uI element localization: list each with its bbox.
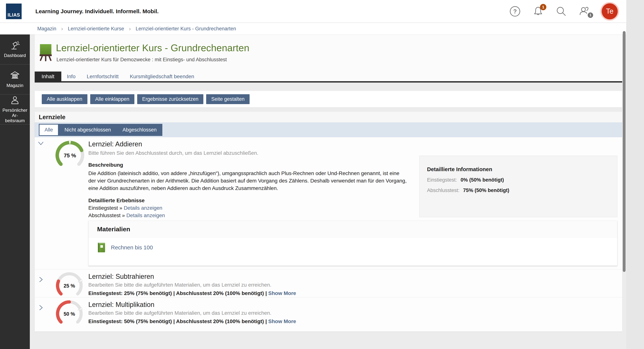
result-label: Einstiegstest » xyxy=(88,205,122,211)
summary-text: Einstiegstest: 25% (75% benötigt) | Absc… xyxy=(88,290,267,296)
objective-row-multiplikation: 50 % Lernziel: Multiplikation Bearbeiten… xyxy=(35,298,622,331)
course-easel-icon xyxy=(40,44,52,61)
learning-module-book-icon xyxy=(98,242,106,253)
summary-text: Einstiegstest: 50% (75% benötigt) | Absc… xyxy=(88,319,267,324)
ilias-logo-text: ILIAS xyxy=(8,12,20,18)
objective-status-text: Bearbeiten Sie bitte die aufgeführten Ma… xyxy=(88,282,615,288)
material-link[interactable]: Rechnen bis 100 xyxy=(111,244,153,251)
sidebar: Dashboard Magazin Persönlicher Ar- beits… xyxy=(0,34,30,349)
sidebar-item-personal-workspace[interactable]: Persönlicher Ar- beitsraum xyxy=(0,94,30,124)
info-value: 0% (50% benötigt) xyxy=(460,177,504,183)
info-label: Einstiegstest: xyxy=(427,177,457,183)
contacts-icon[interactable]: 1 xyxy=(578,5,590,17)
personal-workspace-icon xyxy=(10,95,20,105)
info-panel-heading: Detaillierte Informationen xyxy=(427,166,610,172)
sidebar-item-magazin[interactable]: Magazin xyxy=(0,64,30,94)
course-header: Lernziel-orientierter Kurs - Grundrechen… xyxy=(35,34,622,82)
course-subtitle: Lernziel-orientierter Kurs für Demozweck… xyxy=(56,57,227,62)
objective-row-addieren: 75 % Lernziel: Addieren Bitte führen Sie… xyxy=(35,137,622,269)
expand-chevron-right-icon[interactable] xyxy=(37,276,44,284)
filter-group: Alle Nicht abgeschlossen Abgeschlossen xyxy=(39,124,162,136)
show-more-link[interactable]: Show More xyxy=(268,319,296,324)
description-text: Die Addition (lateinisch additio, von ad… xyxy=(88,170,408,192)
show-more-link[interactable]: Show More xyxy=(268,290,296,296)
details-anzeigen-link[interactable]: Details anzeigen xyxy=(124,205,162,211)
objective-row-subtrahieren: 25 % Lernziel: Subtrahieren Bearbeiten S… xyxy=(35,269,622,298)
progress-value: 75 % xyxy=(54,152,86,158)
filter-abgeschlossen[interactable]: Abgeschlossen xyxy=(117,124,162,136)
progress-gauge: 75 % xyxy=(54,139,86,172)
info-label: Abschlusstest: xyxy=(427,188,460,193)
material-item-rechnen-bis-100[interactable]: Rechnen bis 100 xyxy=(98,242,617,253)
breadcrumb-item-kurse[interactable]: Lernziel-orientierte Kurse xyxy=(68,26,124,32)
topbar-icons: ? 1 xyxy=(509,3,618,19)
objectives-filter-band: Alle Nicht abgeschlossen Abgeschlossen xyxy=(35,122,622,137)
avatar-initials: Te xyxy=(606,7,614,15)
expand-chevron-right-icon[interactable] xyxy=(37,304,44,312)
topbar-claim: Learning Journey. Individuell. Informell… xyxy=(36,8,158,14)
breadcrumb-item-magazin[interactable]: Magazin xyxy=(37,26,56,32)
contacts-badge: 1 xyxy=(588,12,593,18)
notification-badge: 1 xyxy=(540,4,546,10)
progress-gauge: 25 % xyxy=(54,270,84,301)
tab-lernfortschritt[interactable]: Lernfortschritt xyxy=(81,71,124,81)
toolbar: Alle ausklappen Alle einklappen Ergebnis… xyxy=(35,91,622,107)
filter-alle[interactable]: Alle xyxy=(40,125,58,135)
objective-content: Lernziel: Multiplikation Bearbeiten Sie … xyxy=(88,301,615,325)
topbar: ILIAS Learning Journey. Individuell. Inf… xyxy=(0,0,626,23)
objectives-heading: Lernziele xyxy=(39,114,66,121)
collapse-chevron-down-icon[interactable] xyxy=(37,140,44,148)
objective-title: Lernziel: Addieren xyxy=(88,140,615,148)
filter-nicht-abgeschlossen[interactable]: Nicht abgeschlossen xyxy=(59,124,117,136)
breadcrumb-separator: › xyxy=(129,25,131,32)
objective-status-text: Bearbeiten Sie bitte die aufgeführten Ma… xyxy=(88,310,615,316)
dashboard-lamp-icon xyxy=(10,41,20,51)
objective-title: Lernziel: Multiplikation xyxy=(88,301,615,309)
breadcrumb: Magazin › Lernziel-orientierte Kurse › L… xyxy=(0,23,626,34)
info-row-abschlusstest: Abschlusstest: 75% (50% benötigt) xyxy=(427,188,610,193)
course-tabs: Inhalt Info Lernfortschritt Kursmitglied… xyxy=(35,71,622,82)
objectives-header: Lernziele xyxy=(35,112,622,122)
objective-summary: Einstiegstest: 50% (75% benötigt) | Absc… xyxy=(88,319,615,325)
objective-status-text: Bitte führen Sie den Abschlusstest durch… xyxy=(88,150,615,156)
materials-heading: Materialien xyxy=(88,221,617,237)
repository-building-icon xyxy=(10,71,20,81)
breadcrumb-separator: › xyxy=(61,25,63,32)
objective-content: Lernziel: Subtrahieren Bearbeiten Sie bi… xyxy=(88,273,615,296)
expand-all-button[interactable]: Alle ausklappen xyxy=(42,94,88,104)
notifications-icon[interactable]: 1 xyxy=(532,5,544,17)
objective-summary: Einstiegstest: 25% (75% benötigt) | Absc… xyxy=(88,290,615,296)
sidebar-item-label: Persönlicher Ar- beitsraum xyxy=(0,108,30,123)
tab-inhalt[interactable]: Inhalt xyxy=(35,71,61,81)
details-anzeigen-link[interactable]: Details anzeigen xyxy=(126,213,165,218)
main-content: Lernziel-orientierter Kurs - Grundrechen… xyxy=(30,34,626,349)
edit-page-button[interactable]: Seite gestalten xyxy=(206,94,250,104)
result-label: Abschlusstest » xyxy=(88,213,125,218)
tab-kursmitgliedschaft-beenden[interactable]: Kursmitgliedschaft beenden xyxy=(124,71,200,81)
reset-results-button[interactable]: Ergebnisse zurücksetzen xyxy=(137,94,204,104)
ilias-logo[interactable]: ILIAS xyxy=(6,3,22,19)
tab-info[interactable]: Info xyxy=(61,71,81,81)
ilias-app: ILIAS Learning Journey. Individuell. Inf… xyxy=(0,0,644,349)
progress-value: 25 % xyxy=(54,283,84,289)
collapse-all-button[interactable]: Alle einklappen xyxy=(90,94,134,104)
svg-text:?: ? xyxy=(513,8,517,15)
progress-value: 50 % xyxy=(54,311,84,317)
info-value: 75% (50% benötigt) xyxy=(463,188,510,193)
breadcrumb-item-current[interactable]: Lernziel-orientierter Kurs - Grundrechen… xyxy=(136,26,236,32)
info-row-einstiegstest: Einstiegstest: 0% (50% benötigt) xyxy=(427,177,610,183)
progress-gauge: 50 % xyxy=(54,298,84,329)
sidebar-item-label: Magazin xyxy=(6,83,24,88)
page-title: Lernziel-orientierter Kurs - Grundrechen… xyxy=(56,42,250,53)
search-icon[interactable] xyxy=(556,5,567,17)
materials-box: Materialien xyxy=(88,221,617,266)
objectives-panel: Lernziele Alle Nicht abgeschlossen Abges… xyxy=(35,112,622,332)
avatar[interactable]: Te xyxy=(602,3,618,19)
objective-title: Lernziel: Subtrahieren xyxy=(88,273,615,281)
sidebar-item-label: Dashboard xyxy=(4,53,26,58)
vertical-scrollbar[interactable] xyxy=(623,31,626,272)
sidebar-item-dashboard[interactable]: Dashboard xyxy=(0,34,30,64)
detailed-info-panel: Detaillierte Informationen Einstiegstest… xyxy=(420,156,617,217)
help-icon[interactable]: ? xyxy=(509,5,521,17)
